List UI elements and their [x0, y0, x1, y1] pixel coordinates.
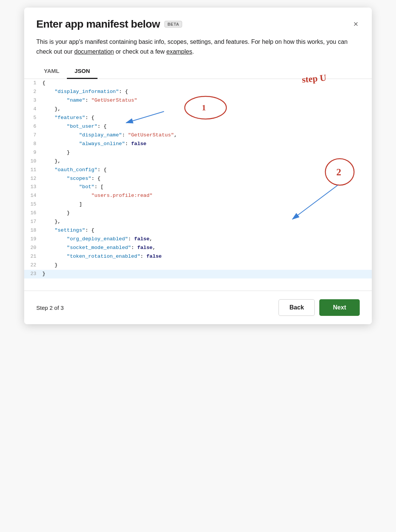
line-number: 21 [29, 252, 42, 261]
modal-header: Enter app manifest below BETA × [24, 8, 372, 30]
line-number: 10 [29, 157, 42, 165]
step-indicator: Step 2 of 3 [36, 305, 64, 311]
modal-title: Enter app manifest below [36, 18, 160, 30]
line-number: 15 [29, 200, 42, 209]
code-line-8: 8 "always_online": false [24, 140, 372, 148]
code-editor[interactable]: 1{2 "display_information": {3 "name": "G… [24, 79, 372, 291]
line-content: "name": "GetUserStatus" [42, 96, 367, 105]
line-content: } [42, 148, 367, 157]
line-number: 11 [29, 166, 42, 174]
line-number: 16 [29, 209, 42, 217]
code-line-6: 6 "bot_user": { [24, 122, 372, 131]
line-content: "scopes": { [42, 175, 367, 183]
modal: Enter app manifest below BETA × This is … [24, 8, 372, 324]
line-number: 8 [29, 140, 42, 148]
modal-footer: Step 2 of 3 Back Next [24, 291, 372, 324]
code-line-12: 12 "scopes": { [24, 175, 372, 183]
line-number: 22 [29, 261, 42, 269]
tab-json[interactable]: JSON [67, 64, 97, 79]
code-line-13: 13 "bot": [ [24, 183, 372, 192]
line-number: 9 [29, 148, 42, 157]
code-line-15: 15 ] [24, 200, 372, 209]
line-content: "users.profile:read" [42, 192, 367, 200]
code-line-18: 18 "settings": { [24, 226, 372, 235]
line-number: 18 [29, 226, 42, 235]
code-line-14: 14 "users.profile:read" [24, 192, 372, 200]
title-row: Enter app manifest below BETA [36, 18, 182, 30]
line-content: "always_online": false [42, 140, 367, 148]
line-content: } [42, 270, 367, 278]
code-line-3: 3 "name": "GetUserStatus" [24, 96, 372, 105]
modal-description: This is your app's manifest containing b… [24, 30, 372, 56]
examples-link[interactable]: examples [166, 48, 192, 55]
line-content: "settings": { [42, 226, 367, 235]
line-number: 5 [29, 114, 42, 122]
code-line-20: 20 "socket_mode_enabled": false, [24, 244, 372, 252]
code-line-11: 11 "oauth_config": { [24, 166, 372, 175]
code-line-21: 21 "token_rotation_enabled": false [24, 252, 372, 261]
line-number: 19 [29, 235, 42, 243]
code-line-4: 4 }, [24, 105, 372, 114]
footer-buttons: Back Next [278, 299, 360, 316]
line-number: 2 [29, 88, 42, 96]
code-line-2: 2 "display_information": { [24, 88, 372, 96]
next-button[interactable]: Next [319, 299, 360, 316]
line-content: ] [42, 200, 367, 209]
line-number: 4 [29, 105, 42, 113]
line-content: "org_deploy_enabled": false, [42, 235, 367, 244]
line-content: }, [42, 157, 367, 166]
line-content: "socket_mode_enabled": false, [42, 244, 367, 252]
code-line-22: 22 } [24, 261, 372, 270]
line-number: 13 [29, 183, 42, 191]
line-number: 3 [29, 96, 42, 105]
code-line-9: 9 } [24, 148, 372, 157]
line-number: 14 [29, 192, 42, 200]
code-line-10: 10 }, [24, 157, 372, 166]
code-line-7: 7 "display_name": "GetUserStatus", [24, 131, 372, 140]
line-content: "bot_user": { [42, 122, 367, 131]
line-content: "display_name": "GetUserStatus", [42, 131, 367, 140]
line-content: { [42, 79, 367, 88]
line-number: 12 [29, 175, 42, 183]
code-line-17: 17 }, [24, 218, 372, 226]
line-number: 20 [29, 244, 42, 252]
back-button[interactable]: Back [278, 299, 315, 316]
documentation-link[interactable]: documentation [74, 48, 114, 55]
line-number: 23 [29, 270, 42, 278]
code-line-23: 23} [24, 270, 372, 278]
line-content: }, [42, 218, 367, 226]
line-content: } [42, 209, 367, 218]
line-number: 7 [29, 131, 42, 139]
line-number: 1 [29, 79, 42, 87]
line-content: } [42, 261, 367, 270]
line-content: "bot": [ [42, 183, 367, 192]
code-line-16: 16 } [24, 209, 372, 218]
code-line-5: 5 "features": { [24, 114, 372, 122]
beta-badge: BETA [164, 21, 182, 28]
line-content: "oauth_config": { [42, 166, 367, 175]
line-content: "features": { [42, 114, 367, 122]
line-number: 17 [29, 218, 42, 226]
tab-yaml[interactable]: YAML [36, 64, 67, 79]
line-content: "display_information": { [42, 88, 367, 96]
line-content: }, [42, 105, 367, 114]
code-line-1: 1{ [24, 79, 372, 88]
line-number: 6 [29, 122, 42, 131]
code-line-19: 19 "org_deploy_enabled": false, [24, 235, 372, 244]
line-content: "token_rotation_enabled": false [42, 252, 367, 261]
close-button[interactable]: × [352, 19, 360, 30]
tabs-container: YAML JSON [24, 56, 372, 79]
